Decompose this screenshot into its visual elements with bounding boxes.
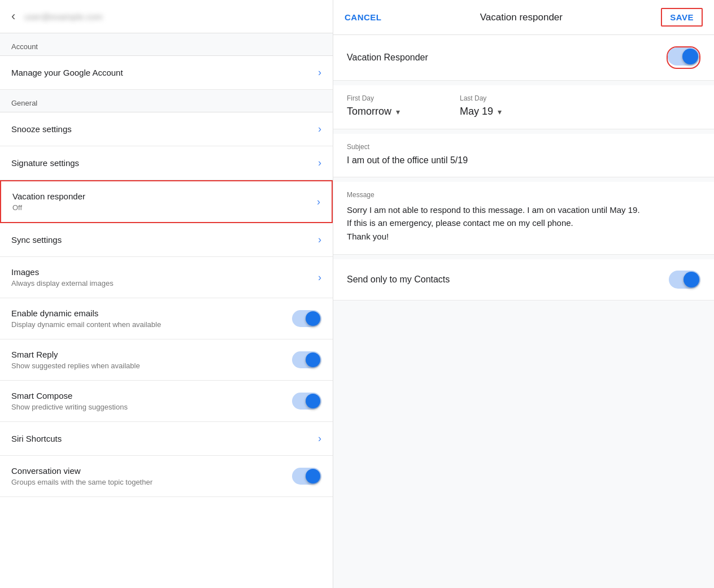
first-day-select[interactable]: Tomorrow ▾ — [347, 106, 437, 117]
vacation-responder-title: Vacation responder — [12, 191, 85, 201]
chevron-icon: › — [318, 433, 321, 445]
section-general-header: General — [0, 90, 333, 112]
dynamic-email-subtitle: Display dynamic email content when avail… — [11, 320, 161, 329]
chevron-icon: › — [318, 67, 321, 79]
vacation-responder-section: Vacation Responder — [333, 35, 714, 81]
siri-shortcuts-title: Siri Shortcuts — [11, 434, 62, 443]
vacation-responder-label: Vacation Responder — [347, 53, 428, 63]
message-section: Message Sorry I am not able to respond t… — [333, 182, 714, 255]
right-panel: CANCEL Vacation responder SAVE Vacation … — [333, 0, 714, 588]
sync-settings-item[interactable]: Sync settings › — [0, 223, 333, 257]
snooze-settings-title: Snooze settings — [11, 124, 72, 134]
date-row: First Day Tomorrow ▾ Last Day May 19 ▾ — [333, 85, 714, 129]
right-content: Vacation Responder First Day Tomorrow — [333, 35, 714, 588]
subject-value[interactable]: I am out of the office until 5/19 — [347, 155, 700, 165]
contacts-label: Send only to my Contacts — [347, 275, 450, 285]
contacts-section: Send only to my Contacts — [333, 259, 714, 300]
manage-google-account-item[interactable]: Manage your Google Account › — [0, 56, 333, 90]
subject-section: Subject I am out of the office until 5/1… — [333, 134, 714, 177]
message-value[interactable]: Sorry I am not able to respond to this m… — [347, 203, 700, 243]
conversation-view-subtitle: Groups emails with the same topic togeth… — [11, 478, 153, 486]
vacation-responder-row: Vacation Responder — [333, 35, 714, 81]
smart-compose-subtitle: Show predictive writing suggestions — [11, 403, 128, 411]
signature-settings-title: Signature settings — [11, 158, 79, 168]
first-day-group: First Day Tomorrow ▾ — [347, 94, 437, 117]
first-day-value: Tomorrow — [347, 106, 391, 117]
vacation-responder-status: Off — [12, 203, 85, 212]
vacation-responder-item[interactable]: Vacation responder Off › — [0, 180, 333, 223]
smart-compose-title: Smart Compose — [11, 391, 128, 400]
chevron-icon: › — [318, 157, 321, 169]
save-button[interactable]: SAVE — [661, 8, 703, 27]
smart-compose-toggle[interactable] — [292, 393, 321, 410]
last-day-group: Last Day May 19 ▾ — [460, 94, 550, 117]
subject-field: Subject I am out of the office until 5/1… — [333, 134, 714, 177]
siri-shortcuts-item[interactable]: Siri Shortcuts › — [0, 422, 333, 456]
cancel-button[interactable]: CANCEL — [345, 12, 382, 22]
left-header: ‹ user@example.com — [0, 0, 333, 33]
snooze-settings-item[interactable]: Snooze settings › — [0, 112, 333, 146]
images-title: Images — [11, 267, 114, 277]
last-day-dropdown-icon: ▾ — [498, 107, 502, 116]
manage-account-title: Manage your Google Account — [11, 68, 123, 77]
last-day-value: May 19 — [460, 106, 493, 117]
date-section: First Day Tomorrow ▾ Last Day May 19 ▾ — [333, 85, 714, 129]
conversation-view-toggle[interactable] — [292, 468, 321, 485]
contacts-toggle[interactable] — [669, 271, 700, 289]
message-field: Message Sorry I am not able to respond t… — [333, 182, 714, 255]
chevron-icon: › — [318, 123, 321, 135]
smart-compose-item[interactable]: Smart Compose Show predictive writing su… — [0, 381, 333, 422]
account-email: user@example.com — [24, 12, 102, 21]
right-header: CANCEL Vacation responder SAVE — [333, 0, 714, 35]
contacts-row: Send only to my Contacts — [333, 259, 714, 300]
signature-settings-item[interactable]: Signature settings › — [0, 146, 333, 180]
chevron-icon: › — [318, 272, 321, 284]
section-account-header: Account — [0, 33, 333, 56]
smart-reply-item[interactable]: Smart Reply Show suggested replies when … — [0, 339, 333, 381]
bottom-spacer — [333, 305, 714, 418]
dynamic-email-toggle[interactable] — [292, 310, 321, 327]
vacation-responder-toggle-wrapper[interactable] — [667, 46, 700, 69]
dynamic-email-item[interactable]: Enable dynamic emails Display dynamic em… — [0, 298, 333, 339]
chevron-icon: › — [317, 196, 320, 208]
smart-reply-title: Smart Reply — [11, 350, 140, 359]
images-subtitle: Always display external images — [11, 279, 114, 288]
chevron-icon: › — [318, 234, 321, 246]
back-button[interactable]: ‹ — [11, 9, 15, 24]
vacation-responder-toggle[interactable] — [668, 47, 699, 66]
left-panel: ‹ user@example.com Account Manage your G… — [0, 0, 333, 588]
dynamic-email-title: Enable dynamic emails — [11, 308, 161, 318]
conversation-view-title: Conversation view — [11, 466, 153, 476]
conversation-view-item[interactable]: Conversation view Groups emails with the… — [0, 456, 333, 497]
smart-reply-toggle[interactable] — [292, 351, 321, 368]
subject-label: Subject — [347, 143, 700, 151]
sync-settings-title: Sync settings — [11, 235, 62, 245]
last-day-select[interactable]: May 19 ▾ — [460, 106, 550, 117]
right-panel-title: Vacation responder — [480, 12, 563, 23]
first-day-label: First Day — [347, 94, 437, 102]
first-day-dropdown-icon: ▾ — [396, 107, 400, 116]
images-item[interactable]: Images Always display external images › — [0, 257, 333, 298]
last-day-label: Last Day — [460, 94, 550, 102]
smart-reply-subtitle: Show suggested replies when available — [11, 361, 140, 370]
message-label: Message — [347, 191, 700, 199]
